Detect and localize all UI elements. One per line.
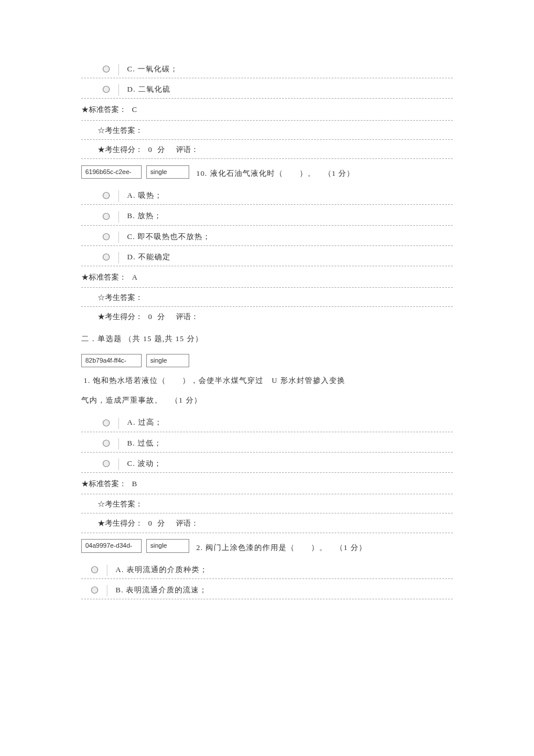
divider: [118, 64, 119, 75]
divider: [118, 211, 119, 223]
std-answer-value: A: [132, 273, 137, 281]
svg-point-1: [103, 86, 110, 93]
option-label: D. 不能确定: [127, 252, 171, 263]
question-header: 82b79a4f-ff4c- single 1. 饱和热水塔若液位（ ），会使半…: [81, 348, 453, 386]
comment-label: 评语：: [176, 145, 199, 154]
divider: [107, 565, 107, 576]
svg-point-7: [103, 440, 110, 446]
option-row[interactable]: B. 过低；: [81, 432, 453, 453]
question-text-cont: 气内，造成严重事故。 （1 分）: [81, 386, 453, 411]
score-row: ★考生得分： 0 分 评语：: [81, 140, 453, 159]
option-label: B. 表明流通介质的流速；: [116, 585, 207, 596]
candidate-answer-row: ☆考生答案：: [81, 121, 453, 140]
radio-icon[interactable]: [102, 85, 110, 93]
option-row[interactable]: B. 表明流通介质的流速；: [81, 579, 453, 599]
divider: [118, 438, 119, 450]
option-row[interactable]: A. 过高；: [81, 411, 453, 432]
cand-answer-label: ☆考生答案：: [98, 126, 143, 135]
score-value: 0 分: [148, 519, 165, 527]
candidate-answer-row: ☆考生答案：: [81, 494, 453, 513]
radio-icon[interactable]: [102, 212, 110, 220]
svg-point-4: [103, 233, 110, 240]
question-header: 6196b65c-c2ee- single 10. 液化石油气液化时（ ）。 （…: [81, 159, 453, 179]
radio-icon[interactable]: [102, 439, 110, 447]
cand-answer-label: ☆考生答案：: [98, 500, 143, 508]
svg-point-5: [103, 254, 110, 260]
question-text: 10. 液化石油气液化时（ ）。 （1 分）: [194, 165, 355, 179]
option-row[interactable]: B. 放热；: [81, 205, 453, 225]
score-label: ★考生得分：: [98, 519, 143, 527]
option-row[interactable]: A. 吸热；: [81, 185, 453, 205]
svg-point-3: [103, 213, 110, 219]
option-label: C. 波动；: [127, 458, 162, 470]
std-answer-label: ★标准答案：: [81, 479, 127, 488]
option-label: A. 吸热；: [127, 190, 163, 202]
question-header: 04a9997e-d34d- single 2. 阀门上涂色漆的作用是（ ）。 …: [81, 533, 453, 553]
question-text: 2. 阀门上涂色漆的作用是（ ）。 （1 分）: [194, 539, 367, 553]
comment-label: 评语：: [176, 312, 199, 321]
radio-icon[interactable]: [91, 586, 99, 594]
radio-icon[interactable]: [102, 191, 110, 200]
option-row[interactable]: D. 二氧化硫: [81, 78, 453, 99]
radio-icon[interactable]: [102, 65, 110, 73]
std-answer-value: B: [132, 479, 137, 488]
question-id-box: 04a9997e-d34d-: [81, 539, 142, 552]
score-value: 0 分: [148, 312, 165, 321]
question-type-box: single: [146, 165, 189, 179]
option-label: D. 二氧化硫: [127, 84, 171, 96]
option-row[interactable]: C. 即不吸热也不放热；: [81, 226, 453, 246]
score-row: ★考生得分： 0 分 评语：: [81, 307, 453, 325]
option-row[interactable]: C. 波动；: [81, 453, 453, 473]
svg-point-10: [92, 587, 98, 594]
divider: [118, 231, 119, 243]
divider: [118, 84, 119, 96]
comment-label: 评语：: [176, 519, 199, 527]
question-type-box: single: [146, 539, 189, 552]
divider: [118, 190, 119, 202]
option-row[interactable]: D. 不能确定: [81, 246, 453, 266]
answer-block: ★标准答案： C: [81, 99, 453, 120]
divider: [107, 585, 107, 596]
option-label: A. 表明流通的介质种类；: [116, 565, 208, 576]
option-label: B. 过低；: [127, 438, 162, 450]
option-row[interactable]: A. 表明流通的介质种类；: [81, 559, 453, 579]
radio-icon[interactable]: [102, 460, 110, 468]
cand-answer-label: ☆考生答案：: [98, 293, 143, 302]
score-label: ★考生得分：: [98, 312, 143, 321]
score-label: ★考生得分：: [98, 145, 143, 154]
option-row[interactable]: C. 一氧化碳；: [81, 58, 453, 78]
option-label: C. 即不吸热也不放热；: [127, 231, 211, 243]
radio-icon[interactable]: [102, 253, 110, 261]
divider: [118, 418, 119, 429]
svg-point-9: [92, 566, 98, 573]
std-answer-value: C: [132, 105, 137, 114]
svg-point-2: [103, 193, 110, 199]
option-label: B. 放热；: [127, 211, 162, 222]
radio-icon[interactable]: [91, 566, 99, 574]
question-text: 1. 饱和热水塔若液位（ ），会使半水煤气穿过 U 形水封管掺入变换: [81, 372, 345, 386]
score-row: ★考生得分： 0 分 评语：: [81, 513, 453, 533]
std-answer-label: ★标准答案：: [81, 105, 127, 114]
question-type-box: single: [146, 354, 189, 367]
std-answer-label: ★标准答案：: [81, 273, 127, 281]
question-id-box: 6196b65c-c2ee-: [81, 165, 142, 179]
section-title: 二．单选题 （共 15 题,共 15 分）: [81, 325, 453, 348]
option-label: A. 过高；: [127, 417, 163, 429]
divider: [118, 458, 119, 470]
option-label: C. 一氧化碳；: [127, 64, 178, 75]
candidate-answer-row: ☆考生答案：: [81, 288, 453, 307]
svg-point-8: [103, 460, 110, 466]
score-value: 0 分: [148, 145, 165, 154]
divider: [118, 252, 119, 263]
answer-block: ★标准答案： B: [81, 473, 453, 494]
svg-point-0: [103, 66, 110, 73]
radio-icon[interactable]: [102, 233, 110, 241]
radio-icon[interactable]: [102, 419, 110, 427]
question-id-box: 82b79a4f-ff4c-: [81, 354, 142, 367]
answer-block: ★标准答案： A: [81, 266, 453, 288]
svg-point-6: [103, 419, 110, 426]
